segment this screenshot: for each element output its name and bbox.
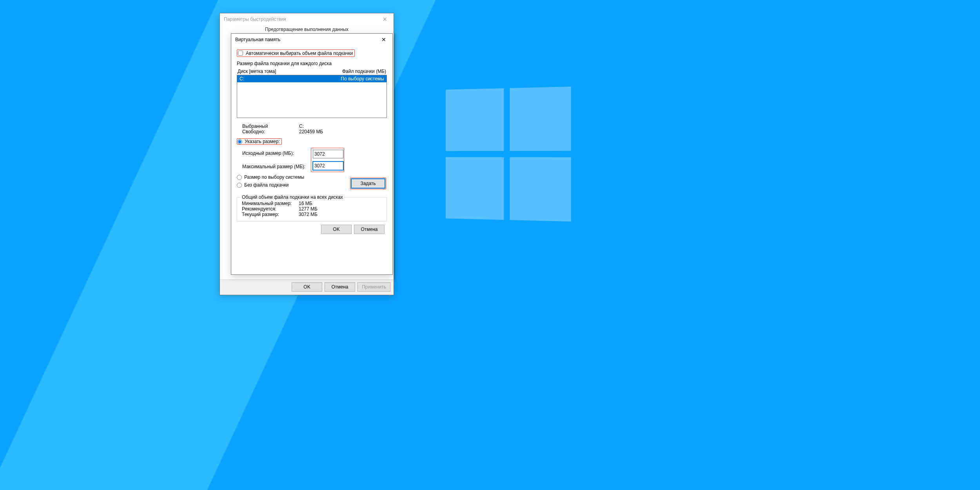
radio-custom-size-row[interactable]: Указать размер:	[237, 138, 282, 145]
cur-size-value: 3072 МБ	[299, 212, 318, 217]
titlebar-performance-options: Параметры быстродействия ✕	[220, 13, 394, 25]
close-icon[interactable]: ✕	[377, 35, 390, 44]
totals-groupbox: Общий объем файла подкачки на всех диска…	[237, 197, 387, 221]
col-pagefile: Файл подкачки (МБ)	[342, 69, 386, 74]
auto-manage-label: Автоматически выбирать объем файла подка…	[246, 51, 353, 56]
col-drive: Диск [метка тома]	[238, 69, 276, 74]
virtual-memory-dialog: Виртуальная память ✕ Автоматически выбир…	[231, 33, 393, 275]
rec-size-value: 1277 МБ	[299, 206, 318, 212]
totals-title: Общий объем файла подкачки на всех диска…	[240, 194, 345, 200]
auto-manage-checkbox[interactable]	[238, 51, 243, 56]
cancel-button[interactable]: Отмена	[354, 225, 385, 234]
auto-manage-checkbox-row[interactable]: Автоматически выбирать объем файла подка…	[237, 49, 355, 57]
set-button[interactable]: Задать	[351, 179, 385, 188]
dialog-button-row: OK Отмена	[237, 221, 387, 236]
disk-row[interactable]: C: По выбору системы	[237, 75, 387, 82]
rec-size-label: Рекомендуется:	[242, 206, 299, 212]
parent-button-row: OK Отмена Применить	[220, 279, 394, 295]
initial-size-input[interactable]	[313, 150, 343, 158]
selected-drive-row: Выбранный C:	[242, 123, 387, 129]
min-size-value: 16 МБ	[299, 201, 312, 206]
radio-no-pagefile[interactable]	[237, 183, 242, 188]
selected-drive-label: Выбранный	[242, 123, 299, 129]
window-title: Параметры быстродействия	[224, 16, 286, 22]
radio-system-managed[interactable]	[237, 175, 242, 180]
free-space-label: Свободно:	[242, 129, 299, 134]
cancel-button[interactable]: Отмена	[325, 282, 355, 292]
max-size-label: Максимальный размер (МБ):	[242, 164, 311, 169]
size-inputs-highlight	[311, 148, 344, 172]
disk-letter: C:	[240, 76, 244, 82]
radio-system-managed-row[interactable]: Размер по выбору системы	[237, 174, 306, 180]
max-size-input[interactable]	[313, 162, 343, 170]
free-space-value: 220459 МБ	[299, 129, 323, 134]
selected-drive-value: C:	[299, 123, 304, 129]
cur-size-label: Текущий размер:	[242, 212, 299, 217]
initial-size-label: Исходный размер (МБ):	[242, 151, 311, 156]
radio-no-pagefile-label: Без файла подкачки	[244, 182, 289, 188]
free-space-row: Свободно: 220459 МБ	[242, 129, 387, 134]
radio-custom-size-label: Указать размер:	[245, 139, 280, 144]
radio-no-pagefile-row[interactable]: Без файла подкачки	[237, 182, 290, 188]
titlebar-virtual-memory: Виртуальная память ✕	[231, 34, 392, 45]
disk-list[interactable]: C: По выбору системы	[237, 75, 387, 118]
ok-button[interactable]: OK	[292, 282, 322, 292]
min-size-label: Минимальный размер:	[242, 201, 299, 206]
ok-button[interactable]: OK	[321, 225, 352, 234]
window-title: Виртуальная память	[235, 37, 280, 42]
per-drive-label: Размер файла подкачки для каждого диска	[237, 61, 387, 66]
set-button-highlight: Задать	[350, 178, 386, 189]
disk-list-header: Диск [метка тома] Файл подкачки (МБ)	[237, 68, 387, 74]
disk-pagefile: По выбору системы	[341, 76, 384, 82]
radio-system-managed-label: Размер по выбору системы	[244, 174, 304, 180]
close-icon[interactable]: ✕	[379, 15, 391, 24]
radio-custom-size[interactable]	[237, 139, 242, 144]
windows-logo	[446, 87, 571, 221]
apply-button[interactable]: Применить	[358, 282, 390, 292]
tab-dep[interactable]: Предотвращение выполнения данных	[223, 27, 390, 32]
